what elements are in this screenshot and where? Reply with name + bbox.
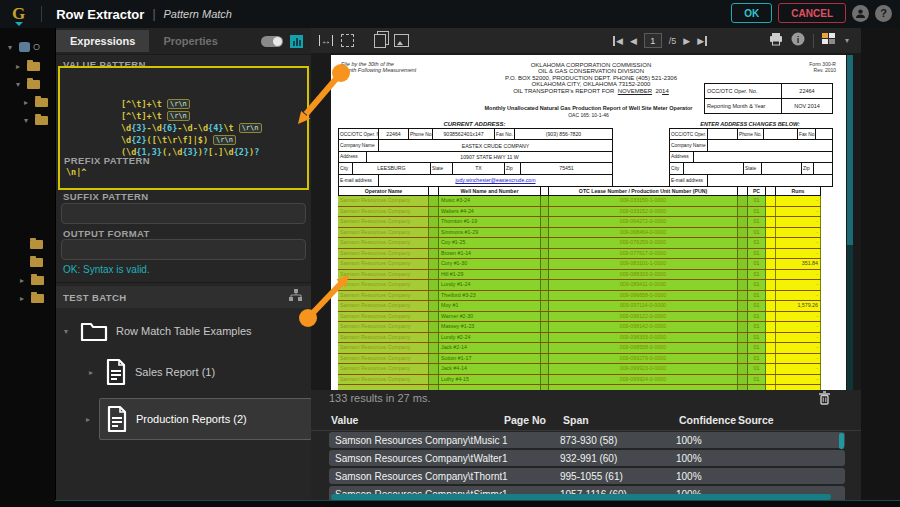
prefix-pattern-editor[interactable]: \n|^ bbox=[66, 167, 86, 177]
chevron-right-icon[interactable]: ▸ bbox=[86, 415, 94, 424]
account-icon[interactable] bbox=[852, 5, 869, 22]
doc-table-row[interactable]: Samson Resources CompanySimmons #1-29009… bbox=[338, 228, 821, 239]
doc-cell-pun: 009-098333-0-0000 bbox=[549, 333, 738, 343]
viewer-scrollbar-thumb[interactable] bbox=[847, 55, 853, 245]
trash-icon[interactable] bbox=[818, 391, 831, 409]
tab-properties[interactable]: Properties bbox=[149, 30, 231, 52]
document-viewer[interactable]: File by the 30th of the Month Following … bbox=[311, 53, 861, 390]
doc-cell-spacer bbox=[429, 280, 439, 290]
last-page-icon[interactable]: ▶ bbox=[697, 36, 707, 46]
result-cell-value: Samson Resources Company\tWalters #4-... bbox=[329, 453, 502, 464]
doc-table-row[interactable]: Samson Resources CompanyCory #1-30009-08… bbox=[338, 259, 821, 270]
statistics-icon[interactable] bbox=[290, 35, 303, 48]
doc-cell-operator: Samson Resources Company bbox=[338, 207, 429, 217]
chevron-down-icon[interactable]: ▾ bbox=[64, 327, 72, 336]
doc-cell-spacer bbox=[541, 291, 549, 301]
suffix-pattern-input[interactable] bbox=[61, 203, 306, 224]
chevron-down-icon[interactable]: ▾ bbox=[24, 116, 32, 125]
nav-tree-item[interactable] bbox=[30, 258, 43, 267]
doc-table-row[interactable]: Samson Resources CompanyLundy #2-24009-0… bbox=[338, 333, 821, 344]
page-number-input[interactable] bbox=[644, 33, 662, 48]
tree-item-production-reports[interactable]: ▸ Production Reports (2) bbox=[99, 398, 312, 440]
fit-width-icon[interactable]: ↔ bbox=[319, 35, 333, 46]
doc-table-row[interactable]: Samson Resources CompanyThetford #3-2300… bbox=[338, 291, 821, 302]
doc-table-row[interactable]: Samson Resources CompanyBrown #1-14009-0… bbox=[338, 249, 821, 260]
chevron-right-icon[interactable]: ▸ bbox=[20, 294, 28, 303]
nav-tree-item[interactable]: ▾ bbox=[16, 80, 40, 89]
folder-icon bbox=[31, 294, 44, 303]
chevron-down-icon[interactable]: ▾ bbox=[8, 43, 16, 52]
app-logo-icon[interactable]: G bbox=[12, 4, 25, 24]
doc-cell-pun: 009-076259-0-0000 bbox=[549, 238, 738, 248]
cancel-button[interactable]: CANCEL bbox=[778, 3, 846, 23]
doc-table-row[interactable]: Samson Resources CompanyWalters #4-24009… bbox=[338, 207, 821, 218]
email-link: judy.winchester@eastexcrude.com bbox=[379, 175, 612, 186]
right-margin bbox=[860, 28, 900, 507]
doc-table-row[interactable]: Samson Resources CompanyMoy #1009-097114… bbox=[338, 301, 821, 312]
col-value[interactable]: Value bbox=[331, 414, 358, 426]
ok-button[interactable]: OK bbox=[731, 3, 772, 23]
tab-expressions[interactable]: Expressions bbox=[56, 30, 149, 52]
nav-tree-item[interactable]: ▸ bbox=[20, 276, 44, 285]
result-row[interactable]: Samson Resources Company\tThornton #...1… bbox=[329, 468, 845, 484]
info-icon[interactable]: i bbox=[791, 32, 805, 50]
folder-icon bbox=[35, 116, 48, 125]
doc-table-row[interactable]: Samson Resources CompanyHill #1-29009-08… bbox=[338, 270, 821, 281]
hierarchy-icon[interactable] bbox=[289, 288, 303, 306]
nav-tree-item[interactable] bbox=[30, 240, 43, 249]
result-row[interactable]: Samson Resources Company\tMusic #3-24...… bbox=[329, 432, 845, 448]
results-horizontal-scrollbar[interactable] bbox=[331, 494, 831, 500]
col-span[interactable]: Span bbox=[563, 414, 589, 426]
doc-table-row[interactable]: Samson Resources CompanyLundy #1-24009-0… bbox=[338, 280, 821, 291]
doc-table-row[interactable]: Samson Resources CompanySutton #1-17009-… bbox=[338, 354, 821, 365]
doc-cell-runs: - bbox=[776, 280, 821, 290]
doc-table-row[interactable]: Samson Resources CompanyMassey #1-23009-… bbox=[338, 322, 821, 333]
toggle-switch[interactable] bbox=[261, 36, 283, 47]
pages-icon[interactable] bbox=[374, 34, 386, 48]
col-confidence[interactable]: Confidence bbox=[679, 414, 736, 426]
first-page-icon[interactable]: ◀ bbox=[613, 36, 623, 46]
doc-cell-runs: - bbox=[776, 207, 821, 217]
title-separator: | bbox=[152, 7, 155, 21]
tree-item-root[interactable]: ▾ Row Match Table Examples bbox=[64, 320, 252, 342]
document-page[interactable]: File by the 30th of the Month Following … bbox=[331, 55, 846, 390]
thumbnails-icon[interactable] bbox=[822, 32, 837, 50]
image-icon[interactable] bbox=[394, 34, 409, 47]
nav-tree-item[interactable]: ▾ bbox=[24, 116, 48, 125]
results-scrollbar-thumb[interactable] bbox=[839, 433, 844, 449]
nav-tree-item[interactable]: ▸ bbox=[24, 98, 48, 107]
doc-cell-pun: 009-097114-0-0000 bbox=[549, 301, 738, 311]
viewer-scrollbar[interactable] bbox=[847, 55, 853, 390]
doc-table-row[interactable]: Samson Resources CompanyWarner #2-30009-… bbox=[338, 312, 821, 323]
nav-tree-item[interactable]: ▸ bbox=[20, 294, 44, 303]
doc-table-row[interactable]: Samson Resources CompanyThornton #1-1900… bbox=[338, 217, 821, 228]
value-pattern-label: VALUE PATTERN bbox=[63, 59, 146, 70]
nav-tree-item[interactable]: ▸ bbox=[16, 62, 40, 71]
doc-table-row[interactable]: Samson Resources CompanyJack #4-14009-09… bbox=[338, 364, 821, 375]
marquee-select-icon[interactable] bbox=[341, 34, 354, 47]
result-row[interactable]: Samson Resources Company\tWalters #4-...… bbox=[329, 450, 845, 466]
doc-cell-spacer bbox=[738, 217, 748, 227]
chevron-down-icon[interactable]: ▾ bbox=[845, 36, 849, 45]
col-source[interactable]: Source bbox=[738, 414, 774, 426]
doc-cell-spacer bbox=[541, 312, 549, 322]
output-format-input[interactable] bbox=[61, 239, 306, 260]
chevron-right-icon[interactable]: ▸ bbox=[16, 62, 24, 71]
doc-table-row[interactable] bbox=[338, 385, 821, 390]
help-icon[interactable]: ? bbox=[875, 5, 892, 22]
chevron-right-icon[interactable]: ▸ bbox=[24, 98, 32, 107]
chevron-right-icon[interactable]: ▸ bbox=[89, 368, 97, 377]
doc-table-row[interactable]: Samson Resources CompanyJack #2-14009-09… bbox=[338, 343, 821, 354]
tree-item-sales-report[interactable]: ▸ Sales Report (1) bbox=[89, 358, 215, 386]
print-icon[interactable] bbox=[769, 32, 783, 50]
doc-cell-runs bbox=[776, 385, 821, 390]
doc-table-row[interactable]: Samson Resources CompanyLuthy #4-15009-0… bbox=[338, 375, 821, 386]
col-page-no[interactable]: Page No bbox=[504, 414, 546, 426]
next-page-icon[interactable]: ▶ bbox=[683, 36, 690, 46]
doc-table-row[interactable]: Samson Resources CompanyCoy #1-25009-076… bbox=[338, 238, 821, 249]
nav-tree-item[interactable]: ▾ O bbox=[8, 42, 40, 52]
chevron-down-icon[interactable]: ▾ bbox=[16, 80, 24, 89]
prev-page-icon[interactable]: ◀ bbox=[630, 36, 637, 46]
chevron-right-icon[interactable]: ▸ bbox=[20, 276, 28, 285]
doc-table-row[interactable]: Samson Resources CompanyMusic #3-24009-0… bbox=[338, 196, 821, 207]
